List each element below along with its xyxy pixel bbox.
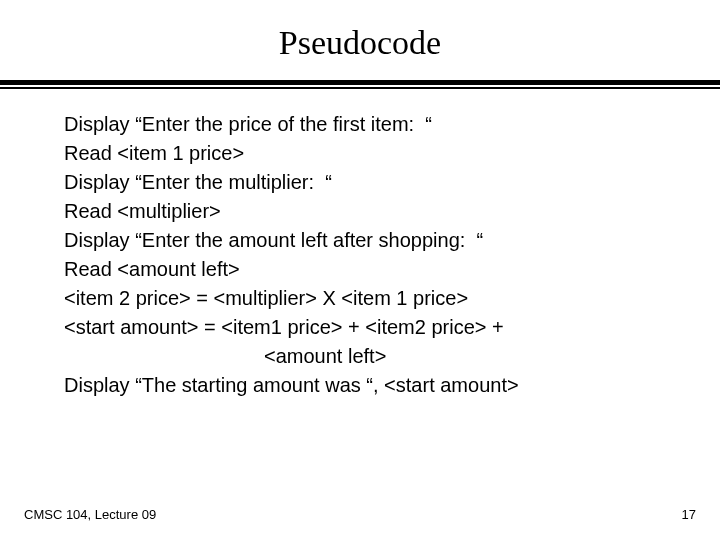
pseudocode-line: Read <item 1 price> — [64, 139, 672, 168]
footer-left: CMSC 104, Lecture 09 — [24, 507, 156, 522]
divider-thin — [0, 87, 720, 89]
pseudocode-line: Display “Enter the price of the first it… — [64, 110, 672, 139]
pseudocode-line: Display “Enter the amount left after sho… — [64, 226, 672, 255]
pseudocode-line: Display “Enter the multiplier: “ — [64, 168, 672, 197]
pseudocode-line: <start amount> = <item1 price> + <item2 … — [64, 313, 672, 342]
divider — [0, 80, 720, 90]
pseudocode-line: Display “The starting amount was “, <sta… — [64, 371, 672, 400]
page-number: 17 — [682, 507, 696, 522]
slide-title: Pseudocode — [0, 24, 720, 62]
pseudocode-line: Read <amount left> — [64, 255, 672, 284]
pseudocode-line: Read <multiplier> — [64, 197, 672, 226]
pseudocode-line: <amount left> — [64, 342, 672, 371]
slide-body: Display “Enter the price of the first it… — [0, 110, 720, 400]
divider-thick — [0, 80, 720, 85]
slide: Pseudocode Display “Enter the price of t… — [0, 0, 720, 540]
pseudocode-line: <item 2 price> = <multiplier> X <item 1 … — [64, 284, 672, 313]
